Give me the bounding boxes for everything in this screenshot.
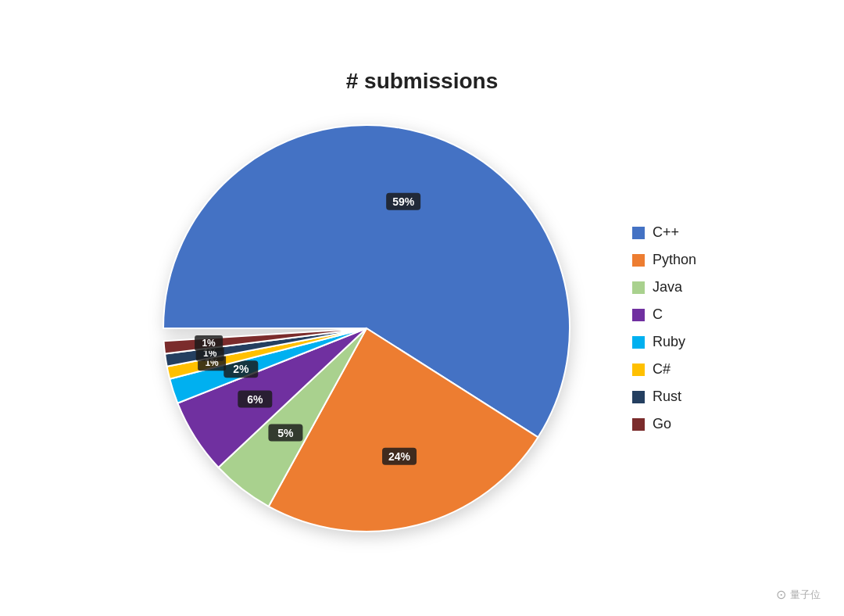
legend-label-go: Go (653, 416, 671, 432)
legend-label-c: C (653, 306, 663, 323)
label-text-ruby: 2% (233, 363, 249, 375)
legend-label-java: Java (653, 279, 682, 295)
legend-label-rust: Rust (653, 389, 681, 405)
label-text-java: 5% (277, 427, 294, 439)
legend-color-rust (632, 391, 645, 403)
legend-label-ruby: Ruby (653, 334, 685, 350)
legend-item-c#: C# (632, 361, 696, 378)
legend-item-c: C (632, 306, 696, 323)
label-text-small-7: 1% (202, 338, 216, 349)
legend-color-go (632, 418, 645, 431)
legend-label-python: Python (653, 252, 696, 268)
legend-item-rust: Rust (632, 389, 696, 405)
legend-item-c++: C++ (632, 224, 696, 241)
legend-color-c++ (632, 227, 645, 239)
chart-container: 59%24%5%6%2%1%1%1% C++PythonJavaCRubyC#R… (148, 109, 696, 547)
legend-item-java: Java (632, 279, 696, 295)
legend-item-go: Go (632, 416, 696, 432)
legend: C++PythonJavaCRubyC#RustGo (632, 224, 696, 432)
watermark-icon: ⊙ (776, 587, 786, 602)
pie-chart: 59%24%5%6%2%1%1%1% (148, 109, 585, 547)
pie-svg: 59%24%5%6%2%1%1%1% (148, 109, 585, 547)
legend-item-python: Python (632, 252, 696, 268)
legend-item-ruby: Ruby (632, 334, 696, 350)
legend-color-python (632, 254, 645, 267)
label-text-c: 6% (247, 393, 263, 406)
label-text-python: 24% (388, 450, 411, 463)
legend-color-ruby (632, 336, 645, 349)
chart-title: # submissions (346, 69, 499, 94)
watermark-text: 量子位 (790, 588, 821, 602)
legend-label-c++: C++ (653, 224, 679, 241)
legend-label-c#: C# (653, 361, 671, 378)
legend-color-c (632, 309, 645, 321)
watermark: ⊙ 量子位 (776, 587, 821, 602)
legend-color-c# (632, 364, 645, 376)
legend-color-java (632, 281, 645, 294)
label-text-c++: 59% (392, 195, 415, 208)
